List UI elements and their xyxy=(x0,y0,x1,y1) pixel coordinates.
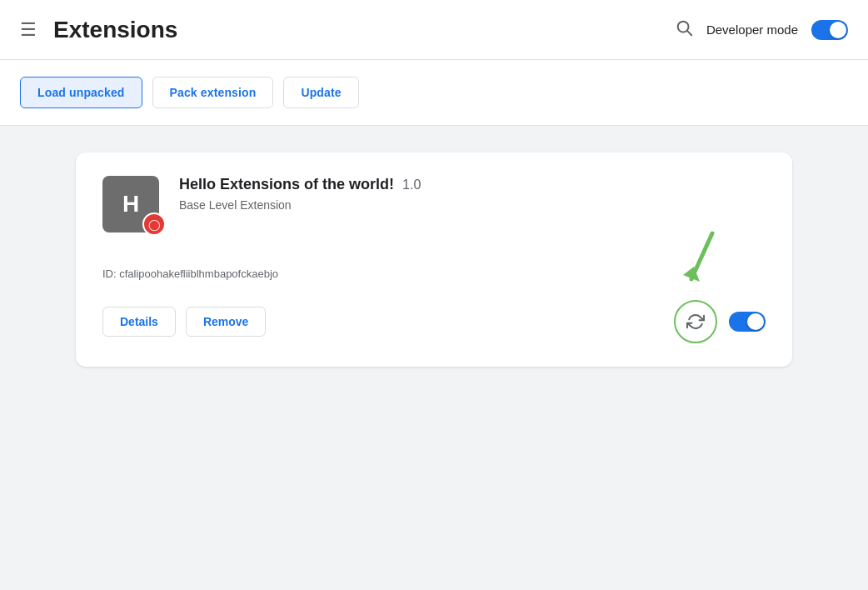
developer-mode-toggle[interactable] xyxy=(811,20,848,40)
extension-info: Hello Extensions of the world! 1.0 Base … xyxy=(179,176,766,212)
developer-mode-label: Developer mode xyxy=(706,22,798,37)
camera-icon: ◯ xyxy=(148,218,161,231)
card-right-controls xyxy=(674,300,766,343)
extension-name: Hello Extensions of the world! xyxy=(179,176,394,193)
menu-icon[interactable]: ☰ xyxy=(20,19,37,41)
extension-name-row: Hello Extensions of the world! 1.0 xyxy=(179,176,766,193)
details-button[interactable]: Details xyxy=(102,307,176,337)
extension-badge: ◯ xyxy=(142,212,166,236)
extension-card: H ◯ Hello Extensions of the world! 1.0 B… xyxy=(76,152,792,367)
header-right: Developer mode xyxy=(675,18,848,42)
extension-icon-wrapper: H ◯ xyxy=(102,176,162,236)
update-button[interactable]: Update xyxy=(283,77,358,108)
arrow-annotation-icon xyxy=(654,225,729,300)
toolbar: Load unpacked Pack extension Update xyxy=(0,60,868,126)
load-unpacked-button[interactable]: Load unpacked xyxy=(20,77,142,108)
page-title: Extensions xyxy=(53,17,675,43)
header: ☰ Extensions Developer mode xyxy=(0,0,868,60)
refresh-button-wrapper xyxy=(674,300,717,343)
extension-version: 1.0 xyxy=(402,178,421,192)
extensions-page: ☰ Extensions Developer mode Load unpacke… xyxy=(0,0,868,590)
extension-description: Base Level Extension xyxy=(179,198,766,212)
refresh-button[interactable] xyxy=(674,300,717,343)
toggle-knob xyxy=(830,22,846,38)
card-bottom: Details Remove xyxy=(102,300,766,343)
svg-line-1 xyxy=(687,31,691,35)
main-content: H ◯ Hello Extensions of the world! 1.0 B… xyxy=(0,126,868,590)
extension-toggle[interactable] xyxy=(729,312,766,332)
pack-extension-button[interactable]: Pack extension xyxy=(152,77,274,108)
remove-button[interactable]: Remove xyxy=(186,307,266,337)
extension-toggle-knob xyxy=(747,313,764,330)
search-icon[interactable] xyxy=(675,18,693,42)
extension-icon-letter: H xyxy=(122,191,139,218)
